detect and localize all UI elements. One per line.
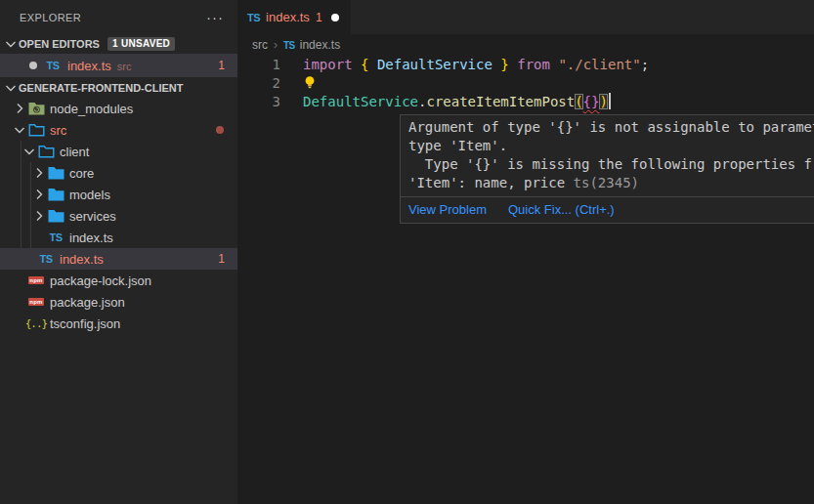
code-token: DefaultService [377, 57, 493, 72]
text-cursor [609, 93, 611, 109]
modified-dot [216, 126, 224, 134]
error-message-line: Argument of type '{}' is not assignable … [408, 118, 814, 137]
editor-tab-bar: TS index.ts 1 [237, 0, 814, 34]
code-token: from [517, 57, 550, 72]
breadcrumb-separator-icon: › [274, 38, 278, 52]
unsaved-count-badge: 1 UNSAVED [107, 37, 175, 51]
tree-item-label: node_modules [50, 102, 133, 116]
tab-index-ts[interactable]: TS index.ts 1 [237, 0, 351, 34]
code-text [280, 74, 317, 93]
code-token: {} [583, 94, 600, 109]
error-message-line: 'Item': name, price ts(2345) [408, 174, 814, 192]
code-token: DefaultService [303, 94, 418, 109]
code-text: DefaultService.createItemItemPost({}) [280, 93, 611, 111]
tree-item-package.json[interactable]: npmpackage.json [0, 291, 237, 313]
tree-item-label: tsconfig.json [50, 316, 120, 331]
chevron-slot [12, 273, 27, 288]
open-editors-section-header[interactable]: OPEN EDITORS 1 UNSAVED [0, 34, 237, 54]
unsaved-dot-icon [29, 62, 37, 69]
tree-item-label: models [69, 188, 110, 202]
line-number: 2 [237, 74, 280, 93]
open-editors-label: OPEN EDITORS [19, 38, 100, 50]
code-text: import { DefaultService } from "./client… [280, 56, 649, 74]
folder-icon [47, 166, 64, 180]
code-token: createItemItemPost [426, 94, 575, 109]
open-editor-item-index.ts[interactable]: TSindex.tssrc1 [0, 54, 237, 77]
tree-item-models[interactable]: models [0, 184, 237, 205]
error-message: Argument of type '{}' is not assignable … [401, 115, 814, 196]
tree-item-src[interactable]: src [0, 119, 237, 141]
folder-icon [47, 188, 64, 201]
chevron-right-icon[interactable] [31, 165, 47, 181]
code-token: ; [641, 57, 649, 72]
typescript-file-icon: TS [44, 60, 62, 71]
chevron-right-icon[interactable] [31, 208, 47, 224]
tree-item-tsconfig.json[interactable]: {..}tsconfig.json [0, 313, 237, 334]
code-line-1[interactable]: 1import { DefaultService } from "./clien… [237, 56, 814, 74]
code-line-3[interactable]: 3DefaultService.createItemItemPost({}) [237, 93, 814, 111]
npm-file-icon: npm [27, 276, 45, 284]
line-number: 3 [237, 93, 280, 111]
folder-open-icon [37, 145, 55, 158]
code-line-2[interactable]: 2 [237, 74, 814, 93]
code-token: ( [575, 94, 582, 109]
tree-item-index.ts[interactable]: TSindex.ts1 [0, 248, 237, 270]
tree-item-label: core [69, 166, 94, 181]
breadcrumb: src › TS index.ts [237, 34, 814, 56]
hover-action-view-problem[interactable]: View Problem [408, 202, 487, 217]
chevron-slot [31, 230, 47, 245]
workspace-section-header[interactable]: GENERATE-FRONTEND-CLIENT [0, 77, 237, 98]
tree-item-package-lock.json[interactable]: npmpackage-lock.json [0, 270, 237, 291]
error-count-badge: 1 [218, 252, 225, 266]
tree-item-services[interactable]: services [0, 205, 237, 227]
explorer-title: EXPLORER [20, 12, 81, 23]
tree-item-core[interactable]: core [0, 162, 237, 184]
file-tree: node_modulessrcclientcoremodelsservicesT… [0, 98, 237, 334]
chevron-down-icon[interactable] [3, 36, 19, 52]
breadcrumb-file[interactable]: index.ts [300, 38, 340, 52]
code-token: import [303, 57, 353, 72]
open-editor-detail: src [117, 61, 132, 72]
explorer-header: EXPLORER ··· [0, 0, 237, 34]
chevron-right-icon[interactable] [12, 101, 27, 116]
json-braces-icon: {..} [27, 317, 45, 330]
more-actions-icon[interactable]: ··· [206, 13, 224, 22]
chevron-down-icon[interactable] [12, 122, 27, 138]
unsaved-dot-icon[interactable] [331, 14, 339, 21]
tree-item-label: package-lock.json [50, 273, 151, 288]
folder-open-icon [27, 123, 45, 137]
code-token: } [500, 57, 508, 72]
editor-area: TS index.ts 1 src › TS index.ts 1import … [237, 0, 814, 504]
npm-file-icon: npm [27, 298, 45, 306]
error-count-badge: 1 [218, 59, 225, 72]
error-code: ts(2345) [565, 175, 639, 190]
error-message-line: Type '{}' is missing the following prope… [408, 155, 814, 174]
chevron-down-icon[interactable] [21, 144, 37, 159]
tree-item-label: index.ts [69, 231, 113, 245]
tab-error-count: 1 [316, 11, 322, 24]
tree-item-index.ts[interactable]: TSindex.ts [0, 227, 237, 248]
code-token: "./client" [558, 57, 640, 72]
lightbulb-icon[interactable] [303, 75, 317, 95]
typescript-file-icon: TS [47, 231, 64, 243]
code-token [368, 57, 376, 72]
error-message-line: type 'Item'. [408, 137, 814, 155]
typescript-file-icon: TS [283, 40, 295, 51]
tree-item-client[interactable]: client [0, 141, 237, 162]
code-token [353, 57, 361, 72]
tree-item-label: index.ts [60, 252, 104, 267]
breadcrumb-folder[interactable]: src [252, 38, 268, 52]
typescript-file-icon: TS [37, 253, 55, 265]
chevron-right-icon[interactable] [31, 187, 47, 202]
error-hover-tooltip: Argument of type '{}' is not assignable … [400, 114, 814, 224]
tree-item-node_modules[interactable]: node_modules [0, 98, 237, 119]
tab-file-name: index.ts [266, 10, 310, 24]
tree-item-label: services [69, 209, 116, 224]
chevron-down-icon[interactable] [3, 80, 19, 96]
hover-action-quick-fix-ctrl[interactable]: Quick Fix... (Ctrl+.) [508, 202, 615, 217]
code-area[interactable]: 1import { DefaultService } from "./clien… [237, 56, 814, 111]
node-modules-folder-icon [27, 102, 45, 115]
code-token: ) [599, 94, 607, 109]
chevron-slot [21, 251, 37, 267]
code-token [509, 57, 517, 72]
